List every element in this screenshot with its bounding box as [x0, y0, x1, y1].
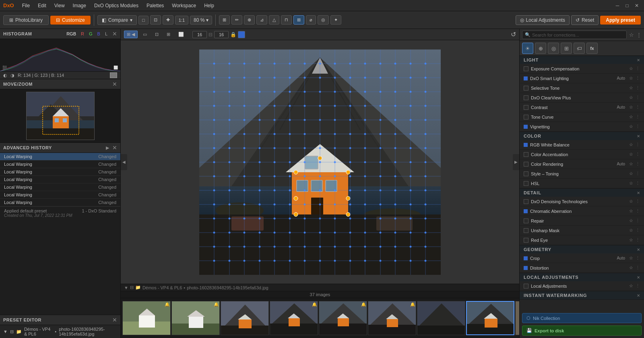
- history-item-5[interactable]: Local Warping Changed: [0, 191, 120, 199]
- view-4-button[interactable]: ⬜: [175, 31, 187, 38]
- corr-selective-tone-checkbox[interactable]: [524, 86, 528, 91]
- reset-button[interactable]: ↺ Reset: [571, 15, 599, 25]
- menu-palettes[interactable]: Palettes: [143, 2, 167, 9]
- close-button[interactable]: ✕: [633, 2, 641, 10]
- film-item-7[interactable]: [417, 301, 465, 335]
- corr-hsl-menu[interactable]: ⋮: [636, 181, 640, 186]
- channel-g[interactable]: G: [89, 31, 93, 36]
- corr-exposure-checkbox[interactable]: [524, 66, 528, 71]
- corr-contrast-menu[interactable]: ⋮: [636, 105, 640, 110]
- repair-tool[interactable]: ✦: [330, 15, 341, 25]
- view-3-button[interactable]: ⊞: [164, 31, 173, 38]
- corr-rendering-menu[interactable]: ⋮: [636, 161, 640, 167]
- history-expand[interactable]: ▶: [106, 145, 109, 150]
- corr-unsharp-star[interactable]: ☆: [629, 228, 633, 233]
- zoom-control[interactable]: 80 % ▾: [190, 16, 212, 25]
- minimize-button[interactable]: ─: [613, 2, 621, 10]
- left-panel-collapse[interactable]: ◀: [121, 154, 127, 170]
- corr-tone-curve-star[interactable]: ☆: [629, 114, 633, 120]
- corr-clearview-menu[interactable]: ⋮: [636, 95, 640, 100]
- corr-hsl-checkbox[interactable]: [524, 181, 528, 186]
- warp-tool[interactable]: ⊞: [219, 15, 230, 25]
- corr-vignetting-menu[interactable]: ⋮: [636, 124, 640, 129]
- add-button[interactable]: ✚: [163, 15, 173, 25]
- menu-workspace[interactable]: Workspace: [169, 2, 199, 9]
- grid-rows-input[interactable]: [192, 31, 207, 38]
- corr-color-accent-star[interactable]: ☆: [629, 152, 633, 157]
- section-local-collapse[interactable]: ✕: [637, 275, 640, 280]
- grid-tool[interactable]: ⊞: [293, 15, 304, 25]
- nik-collection-button[interactable]: ⬡ Nik Collection: [522, 313, 642, 323]
- filmstrip[interactable]: 🔔 🔔: [121, 298, 519, 338]
- corr-repair-checkbox[interactable]: [524, 218, 528, 223]
- corr-redeye-star[interactable]: ☆: [629, 237, 633, 243]
- film-item-4[interactable]: 🔔: [270, 301, 318, 335]
- menu-dxo-optics[interactable]: DxO Optics Modules: [91, 2, 142, 9]
- retouch-tool[interactable]: ⊕: [244, 15, 255, 25]
- pen-tool[interactable]: ✏: [231, 15, 242, 25]
- corr-clearview-star[interactable]: ☆: [629, 95, 633, 100]
- corr-exposure-menu[interactable]: ⋮: [636, 66, 640, 71]
- eye-tool[interactable]: ◎: [318, 15, 329, 25]
- corr-unsharp-menu[interactable]: ⋮: [636, 228, 640, 233]
- history-content[interactable]: Local Warping Changed Local Warping Chan…: [0, 153, 120, 315]
- corr-selective-tone-star[interactable]: ☆: [629, 85, 633, 91]
- corr-chromatic-menu[interactable]: ⋮: [636, 208, 640, 214]
- corr-distortion-star[interactable]: ☆: [629, 265, 633, 270]
- corr-local-adj-checkbox[interactable]: [524, 284, 528, 289]
- corr-color-accent-menu[interactable]: ⋮: [636, 152, 640, 157]
- history-item-6[interactable]: Local Warping Changed: [0, 199, 120, 206]
- corr-contrast-checkbox[interactable]: [524, 105, 528, 110]
- compare-button[interactable]: ◧ Compare ▾: [97, 15, 137, 25]
- crop-button[interactable]: ⊡: [150, 15, 161, 25]
- grid-color-picker[interactable]: [238, 31, 245, 38]
- menu-view[interactable]: View: [51, 2, 68, 9]
- section-color-collapse[interactable]: ✕: [637, 134, 640, 138]
- brush-tool[interactable]: ⌀: [306, 15, 316, 25]
- corr-crop-menu[interactable]: ⋮: [636, 256, 640, 261]
- star-filter-button[interactable]: ☆: [629, 32, 634, 38]
- corr-toning-checkbox[interactable]: [524, 171, 528, 176]
- section-light-collapse[interactable]: ✕: [637, 58, 640, 62]
- corr-vignetting-star[interactable]: ☆: [629, 124, 633, 129]
- menu-image[interactable]: Image: [70, 2, 89, 9]
- section-geometry-collapse[interactable]: ✕: [637, 247, 640, 252]
- menu-help[interactable]: Help: [201, 2, 217, 9]
- customize-tab[interactable]: ⊟ Customize: [50, 16, 91, 25]
- corr-rendering-checkbox[interactable]: [524, 162, 528, 167]
- history-item-1[interactable]: Local Warping Changed: [0, 161, 120, 168]
- movezoom-close[interactable]: ✕: [112, 81, 117, 87]
- corr-hsl-star[interactable]: ☆: [629, 181, 633, 186]
- history-item-4[interactable]: Local Warping Changed: [0, 183, 120, 191]
- geometry-icon-btn[interactable]: ⊞: [561, 43, 572, 54]
- corr-local-adj-menu[interactable]: ⋮: [636, 283, 640, 289]
- section-watermark-collapse[interactable]: ✕: [637, 293, 640, 298]
- corr-wb-star[interactable]: ☆: [629, 142, 633, 147]
- detail-icon-btn[interactable]: ◎: [548, 43, 559, 54]
- history-item-2[interactable]: Local Warping Changed: [0, 168, 120, 176]
- maximize-button[interactable]: □: [623, 2, 631, 10]
- light-icon-btn[interactable]: ☀: [522, 43, 533, 54]
- right-panel-collapse[interactable]: ▶: [513, 154, 519, 170]
- photo-library-tab[interactable]: ⊞ PhotoLibrary: [3, 15, 49, 25]
- corr-clearview-checkbox[interactable]: [524, 95, 528, 100]
- corr-toning-star[interactable]: ☆: [629, 171, 633, 176]
- select-tool[interactable]: ⊓: [281, 15, 292, 25]
- search-corrections-box[interactable]: 🔍 Search for corrections...: [522, 31, 627, 39]
- film-item-5[interactable]: 🔔: [319, 301, 367, 335]
- menu-edit[interactable]: Edit: [35, 2, 50, 9]
- corr-denoising-star[interactable]: ☆: [629, 199, 633, 204]
- film-item-2[interactable]: 🔔: [171, 301, 220, 335]
- corr-distortion-menu[interactable]: ⋮: [636, 265, 640, 270]
- apply-preset-button[interactable]: Apply preset: [600, 16, 641, 25]
- image-area[interactable]: ◀ ▶: [121, 40, 519, 284]
- corr-toning-menu[interactable]: ⋮: [636, 171, 640, 176]
- corr-local-adj-star[interactable]: ☆: [629, 283, 633, 289]
- corr-exposure-star[interactable]: ☆: [629, 66, 633, 71]
- film-item-1[interactable]: 🔔: [122, 301, 171, 335]
- export-to-disk-button[interactable]: 💾 Export to disk: [522, 326, 642, 336]
- film-item-9[interactable]: [515, 301, 519, 335]
- view-2-button[interactable]: ⊡: [152, 31, 161, 38]
- ratio-button[interactable]: 1:1: [175, 16, 188, 25]
- grid-cols-input[interactable]: [214, 31, 229, 38]
